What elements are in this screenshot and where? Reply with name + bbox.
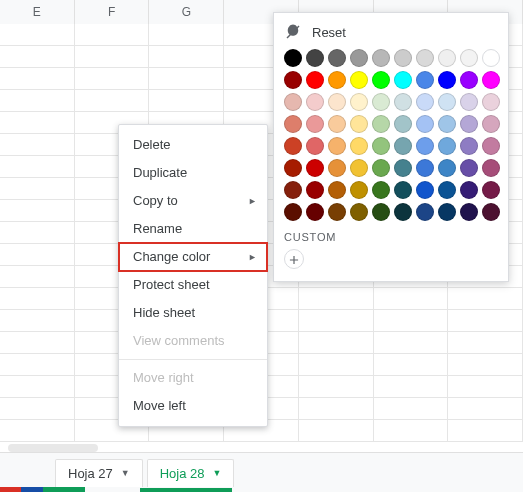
color-swatch[interactable] [284,181,302,199]
color-swatch[interactable] [482,71,500,89]
color-swatch[interactable] [306,159,324,177]
color-swatch[interactable] [306,137,324,155]
color-swatch[interactable] [416,181,434,199]
color-swatch[interactable] [350,93,368,111]
color-swatch[interactable] [328,181,346,199]
column-header[interactable]: E [0,0,75,24]
reset-color-button[interactable]: Reset [284,23,498,41]
color-swatch[interactable] [482,137,500,155]
sheet-tab-hoja-28[interactable]: Hoja 28 ▼ [147,459,235,487]
column-header[interactable]: G [149,0,224,24]
color-swatch[interactable] [460,115,478,133]
menu-item-rename[interactable]: Rename [119,215,267,243]
color-swatch[interactable] [394,115,412,133]
color-swatch[interactable] [416,49,434,67]
color-swatch[interactable] [284,115,302,133]
color-swatch[interactable] [460,203,478,221]
color-swatch[interactable] [438,181,456,199]
color-swatch[interactable] [460,49,478,67]
color-swatch[interactable] [416,159,434,177]
color-swatch[interactable] [372,71,390,89]
color-swatch[interactable] [460,71,478,89]
color-swatch[interactable] [328,137,346,155]
color-swatch[interactable] [328,71,346,89]
color-swatch[interactable] [372,181,390,199]
color-swatch[interactable] [438,93,456,111]
color-swatch[interactable] [394,137,412,155]
color-swatch[interactable] [394,49,412,67]
color-swatch[interactable] [328,49,346,67]
color-swatch[interactable] [350,71,368,89]
chevron-down-icon[interactable]: ▼ [121,468,130,478]
color-swatch[interactable] [350,115,368,133]
menu-item-hide-sheet[interactable]: Hide sheet [119,299,267,327]
color-swatch[interactable] [416,115,434,133]
color-swatch[interactable] [350,49,368,67]
menu-item-change-color[interactable]: Change color [119,243,267,271]
color-swatch[interactable] [438,137,456,155]
color-swatch[interactable] [460,93,478,111]
color-swatch[interactable] [394,203,412,221]
color-swatch[interactable] [394,159,412,177]
color-swatch[interactable] [482,115,500,133]
color-swatch[interactable] [328,93,346,111]
menu-item-protect-sheet[interactable]: Protect sheet [119,271,267,299]
color-swatch[interactable] [284,159,302,177]
color-swatch[interactable] [482,203,500,221]
color-swatch[interactable] [306,115,324,133]
color-swatch[interactable] [460,181,478,199]
color-swatch[interactable] [416,137,434,155]
menu-item-duplicate[interactable]: Duplicate [119,159,267,187]
menu-item-move-left[interactable]: Move left [119,392,267,420]
color-swatch[interactable] [438,159,456,177]
color-swatch[interactable] [350,203,368,221]
color-swatch[interactable] [438,49,456,67]
sheet-tab-hoja-27[interactable]: Hoja 27 ▼ [55,459,143,487]
color-swatch[interactable] [284,203,302,221]
color-swatch[interactable] [394,93,412,111]
color-swatch[interactable] [460,159,478,177]
color-swatch[interactable] [460,137,478,155]
color-swatch[interactable] [306,49,324,67]
color-swatch[interactable] [328,115,346,133]
color-swatch[interactable] [306,203,324,221]
color-swatch[interactable] [350,181,368,199]
color-swatch[interactable] [350,137,368,155]
color-swatch[interactable] [372,137,390,155]
color-swatch[interactable] [328,159,346,177]
color-palette-popup: Reset CUSTOM [273,12,509,282]
chevron-down-icon[interactable]: ▼ [213,468,222,478]
color-swatch[interactable] [394,181,412,199]
add-custom-color-button[interactable] [284,249,304,269]
color-swatch[interactable] [394,71,412,89]
color-swatch[interactable] [438,71,456,89]
horizontal-scrollbar[interactable] [8,444,98,452]
color-swatch[interactable] [350,159,368,177]
color-swatch[interactable] [416,71,434,89]
color-swatch[interactable] [372,49,390,67]
color-swatch[interactable] [328,203,346,221]
menu-item-delete[interactable]: Delete [119,131,267,159]
color-swatch[interactable] [482,93,500,111]
color-swatch[interactable] [284,71,302,89]
color-swatch[interactable] [372,159,390,177]
color-swatch[interactable] [306,181,324,199]
custom-color-section-label: CUSTOM [284,231,498,243]
color-swatch[interactable] [284,49,302,67]
color-swatch[interactable] [284,137,302,155]
color-swatch[interactable] [416,203,434,221]
color-swatch[interactable] [306,93,324,111]
color-swatch[interactable] [482,159,500,177]
color-swatch[interactable] [284,93,302,111]
color-swatch[interactable] [372,93,390,111]
color-swatch[interactable] [438,115,456,133]
color-swatch[interactable] [372,115,390,133]
color-swatch[interactable] [416,93,434,111]
column-header[interactable]: F [75,0,150,24]
color-swatch[interactable] [438,203,456,221]
color-swatch[interactable] [482,49,500,67]
color-swatch[interactable] [306,71,324,89]
menu-item-copy-to[interactable]: Copy to [119,187,267,215]
color-swatch[interactable] [482,181,500,199]
color-swatch[interactable] [372,203,390,221]
